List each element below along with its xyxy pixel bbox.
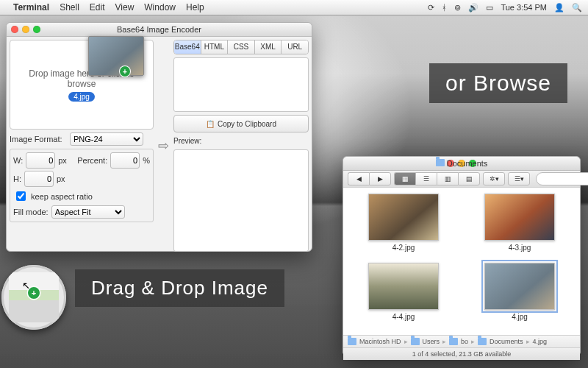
menu-help[interactable]: Help bbox=[186, 2, 204, 13]
path-segment[interactable]: Macintosh HD bbox=[359, 338, 401, 345]
finder-file-grid: 4-2.jpg4-3.jpg4-4.jpg4.jpg bbox=[343, 188, 580, 335]
view-column-button[interactable]: ▥ bbox=[437, 172, 458, 185]
output-tabs: Base64 HTML CSS XML URL bbox=[173, 40, 309, 54]
encoder-titlebar[interactable]: Base64 Image Encoder bbox=[7, 23, 312, 37]
percent-unit: % bbox=[143, 156, 150, 165]
height-label: H: bbox=[13, 174, 21, 183]
percent-label: Percent: bbox=[77, 156, 107, 165]
view-icon-button[interactable]: ▦ bbox=[394, 172, 415, 185]
zoom-icon[interactable] bbox=[33, 26, 40, 33]
keep-aspect-label: keep aspect ratio bbox=[31, 192, 93, 201]
chevron-right-icon bbox=[526, 338, 530, 345]
encoder-title: Base64 Image Encoder bbox=[7, 25, 312, 34]
close-icon[interactable] bbox=[11, 26, 18, 33]
add-icon: + bbox=[120, 66, 130, 77]
forward-button[interactable]: ▶ bbox=[369, 172, 391, 185]
user-icon[interactable]: 👤 bbox=[554, 3, 564, 13]
path-segment[interactable]: Documents bbox=[490, 338, 523, 345]
finder-path-bar[interactable]: Macintosh HD Users bo Documents 4.jpg bbox=[343, 335, 580, 347]
encoder-window: Base64 Image Encoder + Drop image here o… bbox=[6, 22, 312, 252]
width-input[interactable] bbox=[26, 152, 55, 169]
promo-drag-caption: Drag & Drop Image bbox=[75, 269, 284, 307]
file-thumbnail[interactable] bbox=[484, 263, 555, 310]
volume-icon[interactable]: 🔊 bbox=[468, 3, 478, 13]
view-coverflow-button[interactable]: ▤ bbox=[458, 172, 480, 185]
file-item[interactable]: 4.jpg bbox=[465, 263, 574, 328]
preview-pane bbox=[173, 149, 309, 252]
width-label: W: bbox=[13, 156, 23, 165]
file-item[interactable]: 4-4.jpg bbox=[349, 263, 458, 328]
file-name[interactable]: 4.jpg bbox=[512, 313, 528, 321]
tab-xml[interactable]: XML bbox=[255, 40, 282, 54]
magnifier-loupe: ↖ + bbox=[1, 265, 66, 330]
folder-icon bbox=[348, 338, 356, 345]
file-name[interactable]: 4-4.jpg bbox=[392, 313, 415, 321]
menu-view[interactable]: View bbox=[115, 2, 135, 13]
app-menu[interactable]: Terminal bbox=[13, 2, 49, 13]
path-segment[interactable]: 4.jpg bbox=[533, 338, 548, 345]
preview-label: Preview: bbox=[173, 137, 309, 145]
zoom-icon[interactable] bbox=[469, 160, 476, 167]
height-unit: px bbox=[57, 174, 65, 183]
file-item[interactable]: 4-3.jpg bbox=[465, 194, 574, 258]
tab-url[interactable]: URL bbox=[282, 40, 308, 54]
file-item[interactable]: 4-2.jpg bbox=[349, 194, 458, 258]
tab-base64[interactable]: Base64 bbox=[174, 40, 201, 54]
battery-icon[interactable]: ▭ bbox=[486, 3, 493, 13]
output-textarea[interactable] bbox=[173, 57, 309, 112]
file-thumbnail[interactable] bbox=[368, 194, 439, 241]
folder-icon bbox=[449, 338, 458, 345]
back-button[interactable]: ◀ bbox=[348, 172, 369, 185]
image-dropzone[interactable]: + Drop image here or click to browse 4.j… bbox=[10, 40, 154, 130]
promo-browse-caption: or Browse bbox=[429, 63, 567, 103]
file-name[interactable]: 4-3.jpg bbox=[509, 244, 531, 252]
finder-window: Documents ◀ ▶ ▦ ☰ ▥ ▤ ✲▾ ☰▾ 4-2.jpg4-3.j… bbox=[343, 156, 581, 356]
image-format-select[interactable]: PNG-24 bbox=[70, 132, 143, 146]
menu-edit[interactable]: Edit bbox=[90, 2, 105, 13]
menu-window[interactable]: Window bbox=[144, 2, 176, 13]
folder-icon bbox=[478, 338, 487, 345]
spotlight-icon[interactable]: 🔍 bbox=[572, 3, 582, 13]
percent-input[interactable] bbox=[110, 152, 140, 169]
finder-search-input[interactable] bbox=[536, 172, 588, 185]
minimize-icon[interactable] bbox=[458, 160, 465, 167]
copy-to-clipboard-button[interactable]: 📋 Copy to Clipboard bbox=[173, 115, 309, 132]
finder-titlebar[interactable]: Documents bbox=[343, 157, 580, 171]
menu-shell[interactable]: Shell bbox=[60, 2, 79, 13]
chevron-right-icon bbox=[471, 338, 475, 345]
fill-mode-select[interactable]: Aspect Fit bbox=[51, 205, 125, 219]
file-name[interactable]: 4-2.jpg bbox=[392, 244, 415, 252]
path-segment[interactable]: bo bbox=[461, 338, 468, 345]
wifi-icon[interactable]: ⊚ bbox=[454, 3, 461, 13]
chevron-right-icon bbox=[404, 338, 408, 345]
size-controls: W: px Percent: % H: px keep aspect ratio bbox=[10, 149, 154, 222]
chevron-right-icon bbox=[442, 338, 446, 345]
tab-css[interactable]: CSS bbox=[228, 40, 255, 54]
close-icon[interactable] bbox=[447, 160, 454, 167]
dragged-image-thumb: + bbox=[88, 36, 144, 76]
finder-toolbar: ◀ ▶ ▦ ☰ ▥ ▤ ✲▾ ☰▾ bbox=[343, 171, 580, 188]
file-thumbnail[interactable] bbox=[484, 194, 555, 241]
dropzone-text-2: browse bbox=[68, 79, 96, 89]
arrow-right-icon: ⇨ bbox=[158, 138, 169, 154]
menu-bar: Terminal Shell Edit View Window Help ⟳ ᚼ… bbox=[0, 0, 588, 15]
finder-status-bar: 1 of 4 selected, 21.3 GB available bbox=[343, 347, 580, 360]
folder-icon bbox=[411, 338, 420, 345]
tab-html[interactable]: HTML bbox=[201, 40, 229, 54]
height-input[interactable] bbox=[24, 171, 54, 187]
minimize-icon[interactable] bbox=[22, 26, 29, 33]
clipboard-icon: 📋 bbox=[206, 120, 215, 128]
bluetooth-icon[interactable]: ᚼ bbox=[442, 3, 447, 12]
sync-icon[interactable]: ⟳ bbox=[428, 3, 434, 13]
arrange-menu-button[interactable]: ☰▾ bbox=[508, 172, 530, 185]
action-menu-button[interactable]: ✲▾ bbox=[483, 172, 505, 185]
width-unit: px bbox=[58, 156, 67, 165]
clock[interactable]: Tue 3:54 PM bbox=[501, 3, 547, 12]
dropzone-filename-tag: 4.jpg bbox=[68, 92, 95, 102]
path-segment[interactable]: Users bbox=[423, 338, 440, 345]
fill-mode-label: Fill mode: bbox=[13, 208, 49, 216]
view-list-button[interactable]: ☰ bbox=[415, 172, 437, 185]
file-thumbnail[interactable] bbox=[368, 263, 439, 310]
keep-aspect-checkbox[interactable] bbox=[16, 191, 26, 201]
folder-icon bbox=[436, 159, 445, 166]
